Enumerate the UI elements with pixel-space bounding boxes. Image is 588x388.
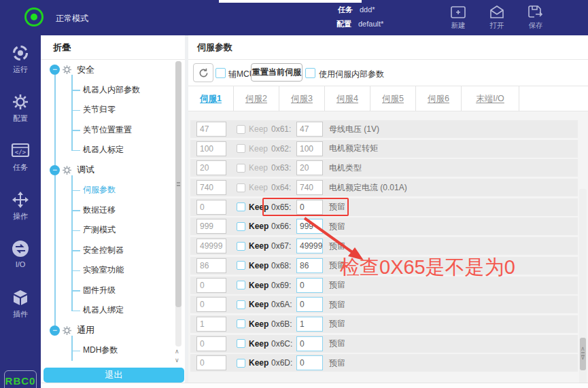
param-edit-input[interactable]: 0: [196, 336, 226, 351]
io-circle-icon: [0, 240, 41, 258]
save-button[interactable]: 保存: [521, 4, 551, 31]
reset-current-servo-button[interactable]: 重置当前伺服: [251, 63, 302, 82]
keep-checkbox[interactable]: [237, 222, 245, 231]
param-edit-input[interactable]: 999: [196, 219, 226, 234]
tree-item[interactable]: − 调试: [41, 160, 185, 181]
tree-item-label: 产测模式: [83, 224, 116, 236]
sidebar-item-task[interactable]: </> 任务: [0, 142, 41, 171]
keep-checkbox[interactable]: [237, 359, 245, 368]
servo-tab[interactable]: 末端I/O: [462, 86, 519, 111]
use-internal-params-checkbox[interactable]: [305, 68, 315, 78]
tree-item[interactable]: − 伺服参数: [41, 180, 185, 200]
param-current-value-input[interactable]: 0: [296, 355, 323, 370]
servo-tab[interactable]: 伺服5: [370, 86, 416, 111]
tree-item[interactable]: − 通用: [41, 321, 185, 341]
new-button[interactable]: 新建: [443, 4, 473, 31]
sidebar-item-run[interactable]: 运行: [0, 44, 41, 73]
tree-item[interactable]: − 关节归零: [41, 100, 185, 120]
servo-tab[interactable]: 伺服4: [325, 86, 370, 111]
param-edit-input[interactable]: 0: [196, 200, 226, 215]
keep-checkbox[interactable]: [237, 164, 245, 173]
tree-scroll-up-icon[interactable]: ∧: [175, 348, 179, 355]
param-edit-input[interactable]: 0: [196, 278, 226, 293]
keep-checkbox[interactable]: [237, 261, 245, 270]
tree-item[interactable]: − 机器人内部参数: [41, 80, 185, 101]
param-edit-input[interactable]: 740: [196, 180, 226, 195]
keep-checkbox[interactable]: [237, 125, 245, 134]
keep-label: Keep: [249, 144, 271, 154]
cube-icon: [0, 289, 41, 307]
tree-scroll-down-icon[interactable]: ∨: [175, 357, 179, 364]
param-current-value-input[interactable]: 20: [296, 160, 323, 175]
param-edit-input[interactable]: 1: [196, 317, 226, 332]
tree-item[interactable]: − 关节位置重置: [41, 120, 185, 141]
sidebar-item-jog[interactable]: 操作: [0, 191, 41, 219]
param-row: 0 Keep 0x6D: 0 预留: [190, 354, 578, 372]
param-table-area: 47 Keep 0x61: 47 母线电压 (1V) 100 Keep 0x62…: [188, 111, 588, 383]
servo-params-panel: 伺服参数 辅MCU 重置当前伺服 使用伺服内部参数 伺服1 伺: [188, 35, 588, 388]
refresh-button[interactable]: [193, 63, 213, 82]
param-current-value-input[interactable]: 0: [296, 278, 323, 293]
keep-checkbox[interactable]: [237, 144, 245, 153]
keep-checkbox[interactable]: [237, 339, 245, 348]
open-button[interactable]: 打开: [482, 4, 512, 31]
tree-item[interactable]: − 实验室功能: [41, 260, 185, 281]
tree-scrollbar[interactable]: [175, 61, 181, 347]
param-edit-input[interactable]: 0: [196, 355, 226, 370]
tree-header-collapse[interactable]: 折叠: [41, 35, 185, 60]
open-envelope-icon: [482, 4, 512, 20]
tree-item[interactable]: − 产测模式: [41, 220, 185, 241]
bottom-strip: [41, 383, 588, 388]
param-edit-input[interactable]: 47: [196, 122, 226, 137]
collapse-minus-icon[interactable]: −: [50, 165, 60, 175]
param-edit-input[interactable]: 100: [196, 141, 226, 156]
servo-tab[interactable]: 伺服3: [279, 86, 325, 111]
param-row: 49999 Keep 0x67: 49999 预留: [190, 237, 578, 255]
keep-checkbox[interactable]: [237, 319, 245, 328]
servo-tab-label: 伺服2: [245, 93, 267, 105]
servo-tab[interactable]: 伺服2: [234, 86, 279, 111]
main-scroll-down-icon[interactable]: ∨: [581, 354, 585, 361]
sidebar-item-plugin[interactable]: 插件: [0, 289, 41, 317]
tree-item[interactable]: − 固件升级: [41, 281, 185, 301]
keep-checkbox[interactable]: [237, 202, 245, 211]
servo-tab[interactable]: 伺服6: [416, 86, 462, 111]
register-address-label: 0x61:: [271, 124, 296, 134]
param-edit-input[interactable]: 0: [196, 297, 226, 312]
tree-item[interactable]: − 安全控制器: [41, 241, 185, 261]
tree-item[interactable]: − 数据迁移: [41, 200, 185, 221]
collapse-minus-icon[interactable]: −: [50, 65, 60, 75]
save-icon: [521, 4, 551, 20]
exit-button[interactable]: 退出: [44, 368, 184, 383]
keep-checkbox[interactable]: [237, 300, 245, 309]
param-edit-input[interactable]: 86: [196, 258, 226, 273]
tree-item-label: 调试: [77, 164, 94, 176]
keep-checkbox[interactable]: [237, 183, 245, 192]
tree-item[interactable]: − MDH参数: [41, 340, 185, 361]
keep-label: Keep: [249, 319, 271, 329]
keep-checkbox[interactable]: [237, 242, 245, 251]
param-current-value-input[interactable]: 740: [296, 180, 323, 195]
servo-tabbar: 伺服1 伺服2 伺服3 伺服4 伺服5 伺服6: [188, 86, 588, 111]
param-current-value-input[interactable]: 100: [296, 141, 323, 156]
param-edit-input[interactable]: 20: [196, 160, 226, 175]
sidebar-item-io[interactable]: I/O: [0, 240, 41, 268]
sidebar-item-config[interactable]: 配置: [0, 93, 41, 122]
param-current-value-input[interactable]: 0: [296, 297, 323, 312]
param-edit-input[interactable]: 49999: [196, 239, 226, 253]
param-current-value-input[interactable]: 47: [296, 122, 323, 137]
tree-item[interactable]: − 机器人标定: [41, 140, 185, 160]
tree-item[interactable]: − 安全: [41, 60, 185, 80]
param-current-value-input[interactable]: 1: [296, 317, 323, 332]
aux-mcu-checkbox[interactable]: [215, 68, 226, 78]
servo-tab-label: 伺服3: [291, 93, 313, 105]
servo-tab[interactable]: 伺服1: [188, 86, 234, 111]
collapse-minus-icon[interactable]: −: [50, 325, 60, 336]
tree-item[interactable]: − 机器人绑定: [41, 300, 185, 321]
keep-checkbox[interactable]: [237, 281, 245, 289]
tree-scrollbar-thumb[interactable]: [175, 61, 181, 307]
config-indicator: 配置default*: [336, 19, 383, 29]
param-current-value-input[interactable]: 0: [296, 336, 323, 351]
main-scroll-up-icon[interactable]: ∧: [581, 345, 585, 352]
mode-label: 正常模式: [56, 13, 88, 24]
